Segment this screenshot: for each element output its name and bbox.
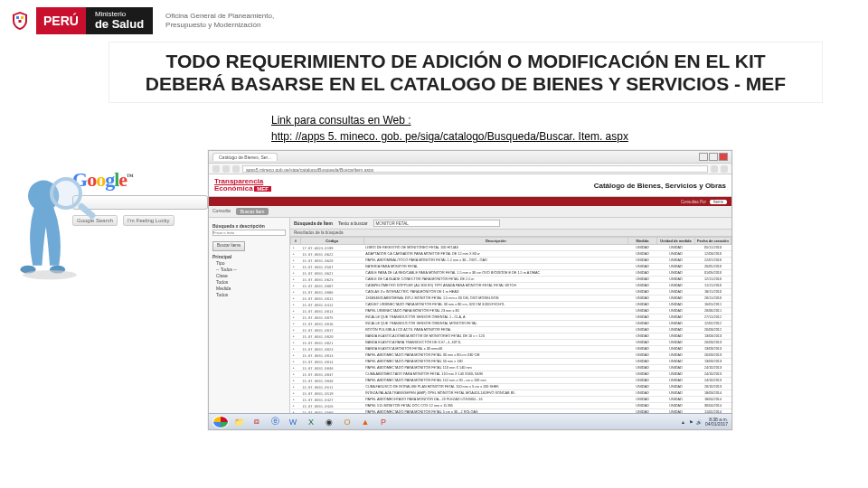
chrome-icon[interactable]: ◉ [321, 416, 337, 428]
national-shield-icon [9, 10, 31, 32]
vlc-icon[interactable]: ▲ [357, 416, 373, 428]
google-lucky-button[interactable]: I'm Feeling Lucky [123, 215, 175, 226]
peru-text: PERÚ [36, 7, 86, 34]
table-row[interactable]: +15.07.0031.0008CAGLAS 3 x INTERACTRIC P… [291, 289, 731, 296]
forward-icon[interactable] [222, 165, 230, 173]
table-row[interactable]: +15.07.0031.0622ADAPTADOR CA CARGADOR PA… [291, 251, 731, 258]
page-title: TODO REQUERIMIENTO DE ADICIÓN O MODIFICA… [124, 50, 807, 95]
table-row[interactable]: +15.07.0031.0021BANDA ELASTICA PARA TRAN… [291, 340, 731, 346]
table-row[interactable]: +15.07.0031.0013PAPEL ABDOMECTADO PARA M… [291, 352, 731, 359]
consultas-dropdown[interactable]: Items [710, 200, 727, 204]
table-row[interactable]: +15.07.0031.0017BOTÓN PULSIBLA LCD ACTIL… [291, 327, 731, 333]
svg-rect-2 [19, 20, 22, 23]
search-desc-label: Búsqueda x descripción [212, 223, 286, 230]
address-bar[interactable]: apps5.mineco.gob.pe/siga/catalogo/Busque… [242, 165, 708, 173]
word-icon[interactable]: W [285, 416, 301, 428]
menu-icon[interactable] [721, 165, 728, 173]
svg-rect-1 [21, 16, 24, 19]
browser-tab[interactable]: Catálogo de Bienes, Ser... [212, 153, 278, 161]
bookmark-icon[interactable] [711, 165, 718, 173]
ie-icon[interactable]: ⓔ [267, 416, 283, 428]
table-row[interactable]: +15.07.0031.0427PAPEL ABDOMECHTADO PARA … [291, 397, 731, 403]
catalog-title: Catálogo de Bienes, Servicios y Obras [594, 182, 726, 190]
link-label: Link para consultas en Web : [271, 114, 868, 127]
table-row[interactable]: +15.07.0031.00111X6834600 ABDOMINAL DIP-… [291, 296, 731, 302]
col-header: Unidad de medida [657, 238, 695, 245]
table-row[interactable]: +15.07.0031.0007CATAPELÓMETRO DOPPLER (A… [291, 283, 731, 289]
table-row[interactable]: +15.07.0031.0623CABLE DE CA BLADE CONECT… [291, 277, 731, 283]
excel-icon[interactable]: X [303, 416, 319, 428]
start-button-icon[interactable] [212, 416, 229, 428]
office-name: Oficina General de Planeamiento, Presupu… [158, 12, 274, 29]
table-row[interactable]: +15.07.0031.0020BANDA ELASTICA DOMIDA MO… [291, 333, 731, 340]
table-row[interactable]: +15.07.0031.0023BANDA ELASTICA MONITOR F… [291, 346, 731, 352]
title-banner: TODO REQUERIMIENTO DE ADICIÓN O MODIFICA… [108, 42, 823, 103]
minsa-logo: Ministerio de Salud [86, 7, 153, 34]
svg-rect-0 [16, 16, 19, 19]
principal-label: Principal [212, 254, 286, 260]
table-row[interactable]: +15.07.0031.0048PAPEL ABDOMECTADO PARA M… [291, 365, 731, 371]
table-row[interactable]: +15.07.0031.0587BATERÍA PARA MONITOR FET… [291, 264, 731, 270]
outlook-icon[interactable]: O [339, 416, 355, 428]
table-row[interactable]: +15.07.0031.0047CUBA ABDOMECTADO PARA MO… [291, 371, 731, 378]
explorer-icon[interactable]: 📁 [231, 416, 247, 428]
col-header: Código [300, 238, 363, 245]
table-row[interactable]: +17.07.6024.0199LIBRO DE REGISTRO DE MON… [291, 245, 731, 251]
busq-item-label: Búsqueda de Ítem [294, 221, 333, 226]
acrobat-icon[interactable]: ⧈ [249, 416, 265, 428]
transparencia-logo: Transparencia Económica MEF [214, 178, 271, 192]
peru-logo: PERÚ Ministerio de Salud [36, 7, 153, 34]
table-row[interactable]: +15.07.0031.0428PAPEL 515 MONITOR FETAL … [291, 403, 731, 409]
results-table: #CódigoDescripciónMedidaUnidad de medida… [290, 237, 731, 413]
close-icon[interactable] [719, 153, 728, 161]
maximize-icon[interactable] [709, 153, 718, 161]
consultas-label: Consultas Por [681, 200, 706, 204]
filter-um-label: Medida [216, 286, 286, 292]
texto-buscar-label: Texto a buscar [338, 221, 368, 226]
filter-clase-value[interactable]: Todos [216, 279, 286, 286]
col-header: Medida [628, 238, 657, 245]
col-header: Fecha de creación [695, 238, 731, 245]
minimize-icon[interactable] [699, 153, 708, 161]
table-row[interactable]: +15.07.0031.0511CUBA FASUSCO DE INTRALIS… [291, 384, 731, 390]
link-url[interactable]: http: //apps 5. mineco. gob. pe/siga/cat… [271, 130, 868, 143]
filter-tab[interactable]: Buscar Item [236, 208, 269, 215]
table-row[interactable]: +15.07.0031.0014PAPEL ABDOMECTADO PARA M… [291, 359, 731, 365]
magnifier-icon [50, 177, 95, 222]
filter-clase-label: Clase [216, 273, 286, 279]
filter-tipo-label: Tipo [216, 260, 286, 267]
table-row[interactable]: +15.07.0031.0620PAPEL ABDOMINAL/TOCO PAR… [291, 258, 731, 264]
item-search-input[interactable]: MONITOR FETAL [373, 220, 500, 227]
col-header: # [291, 238, 301, 245]
reload-icon[interactable] [232, 165, 240, 173]
google-illustration: Google™ Google Search I'm Feeling Lucky [27, 168, 190, 226]
filter-um-value[interactable]: Todos [216, 292, 286, 298]
table-row[interactable]: +15.07.0031.0048PAPEL ABDOMECTADO PARA M… [291, 378, 731, 384]
back-icon[interactable] [212, 165, 220, 173]
table-row[interactable]: +15.07.0031.0519INTEZA PALAZA TRANSGEPEN… [291, 390, 731, 397]
filter-tipo-value[interactable]: -- Todos -- [216, 267, 286, 273]
taskbar: 📁 ⧈ ⓔ W X ◉ O ▲ P ▲ ⚑ 🔊 8:38 a.m. 04/01/… [209, 413, 731, 429]
table-row[interactable]: +15.07.0031.0075INCALLE QUE TRANSDUCTOR … [291, 314, 731, 321]
search-sidebar: Búsqueda x descripción Buscar Items Prin… [209, 218, 290, 413]
table-row[interactable]: +15.07.0031.0016INCALLE QUE TRANSDUCTOR … [291, 321, 731, 327]
tray-flag-icon[interactable]: ⚑ [689, 419, 693, 425]
tray-sound-icon[interactable]: 🔊 [696, 419, 702, 425]
result-info: Resultados de la búsqueda [290, 230, 731, 237]
table-row[interactable]: +15.07.0031.0621CABLE PARA DE LA RED/CAB… [291, 270, 731, 277]
search-text-input[interactable] [212, 230, 286, 236]
ppt-icon[interactable]: P [375, 416, 392, 428]
table-row[interactable]: +15.07.0031.0412CARJET URBINECTADO PARA … [291, 302, 731, 308]
links-block: Link para consultas en Web : http: //app… [271, 114, 868, 143]
col-header: Descripción [363, 238, 627, 245]
clock[interactable]: 8:38 a.m. 04/01/2017 [705, 418, 728, 427]
browser-window: Catálogo de Bienes, Ser... apps5.mineco.… [208, 150, 732, 430]
tray-wifi-icon[interactable]: ▲ [681, 419, 685, 425]
table-row[interactable]: +15.07.0031.0013PAPEL URBINECTADO PARA M… [291, 308, 731, 314]
svg-point-6 [23, 270, 77, 279]
search-button[interactable]: Buscar Items [212, 241, 245, 250]
